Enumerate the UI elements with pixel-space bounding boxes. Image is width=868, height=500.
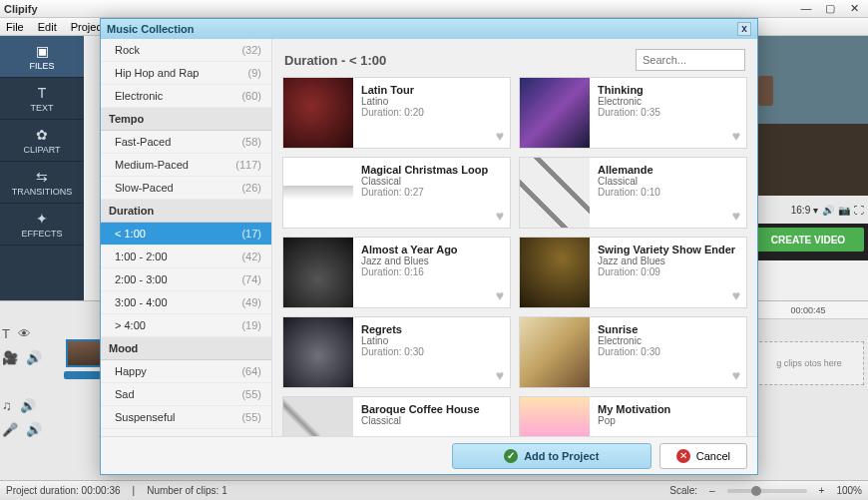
track-card[interactable]: Latin TourLatinoDuration: 0:20♥ — [282, 77, 511, 149]
search-input[interactable] — [636, 49, 745, 71]
track-title: Regrets — [361, 323, 502, 335]
fullscreen-icon[interactable]: ⛶ — [854, 205, 864, 216]
cancel-label: Cancel — [696, 450, 730, 462]
project-duration-label: Project duration: — [6, 485, 79, 496]
aspect-ratio-select[interactable]: 16:9 ▾ — [791, 205, 818, 216]
favorite-icon[interactable]: ♥ — [496, 287, 504, 303]
track-duration: Duration: 0:30 — [361, 346, 502, 357]
category-item[interactable]: Sad(55) — [101, 383, 271, 406]
category-item[interactable]: Electronic(60) — [101, 85, 271, 108]
files-icon: ▣ — [36, 43, 49, 59]
snapshot-icon[interactable]: 📷 — [838, 205, 850, 216]
category-item[interactable]: 3:00 - 4:00(49) — [101, 291, 271, 314]
track-icons: T👁 🎥🔊 ♫🔊 🎤🔊 — [2, 321, 62, 441]
track-card[interactable]: Almost a Year AgoJazz and BluesDuration:… — [282, 237, 511, 308]
category-item[interactable]: Suspenseful(55) — [101, 406, 271, 429]
window-minimize-button[interactable]: — — [796, 2, 816, 15]
zoom-out-button[interactable]: – — [709, 485, 715, 496]
dialog-footer: ✓ Add to Project ✕ Cancel — [101, 436, 757, 474]
track-title: Latin Tour — [361, 84, 502, 96]
track-genre: Classical — [361, 176, 502, 187]
category-item[interactable]: Rock(32) — [101, 39, 271, 62]
track-title: Almost a Year Ago — [361, 244, 502, 255]
track-genre: Electronic — [598, 96, 738, 107]
track-title: Baroque Coffee House — [361, 403, 502, 415]
favorite-icon[interactable]: ♥ — [732, 287, 740, 303]
favorite-icon[interactable]: ♥ — [732, 208, 740, 224]
category-header: Mood — [101, 337, 271, 360]
status-bar: Project duration: 00:00:36 | Number of c… — [0, 480, 868, 500]
track-genre: Classical — [598, 176, 738, 187]
cancel-button[interactable]: ✕ Cancel — [659, 443, 747, 469]
track-thumbnail — [520, 78, 590, 148]
track-thumbnail — [520, 158, 590, 228]
visibility-icon[interactable]: 👁 — [18, 326, 31, 341]
track-thumbnail — [283, 78, 353, 148]
menu-file[interactable]: File — [6, 21, 24, 33]
track-genre: Latino — [361, 96, 502, 107]
category-item[interactable]: > 4:00(19) — [101, 314, 271, 337]
track-card[interactable]: Magical Christmas LoopClassicalDuration:… — [282, 157, 511, 229]
side-tab-clipart[interactable]: ✿CLIPART — [0, 120, 84, 162]
favorite-icon[interactable]: ♥ — [496, 367, 504, 383]
favorite-icon[interactable]: ♥ — [732, 128, 740, 144]
video-track-icon[interactable]: 🎥 — [2, 350, 18, 365]
category-item[interactable]: Slow-Paced(26) — [101, 177, 271, 200]
volume-icon[interactable]: 🔊 — [822, 205, 834, 216]
track-mute-icon[interactable]: 🔊 — [26, 422, 42, 437]
window-maximize-button[interactable]: ▢ — [820, 2, 840, 15]
add-to-project-button[interactable]: ✓ Add to Project — [452, 443, 651, 469]
category-header: Duration — [101, 200, 271, 223]
category-item[interactable]: Happy(64) — [101, 360, 271, 383]
dialog-close-button[interactable]: x — [737, 22, 751, 36]
app-name: Clipify — [4, 3, 38, 15]
scale-label: Scale: — [669, 485, 697, 496]
menu-edit[interactable]: Edit — [38, 21, 57, 33]
track-grid: Latin TourLatinoDuration: 0:20♥ThinkingE… — [272, 77, 757, 436]
favorite-icon[interactable]: ♥ — [496, 128, 504, 144]
category-sidebar: Rock(32)Hip Hop and Rap(9)Electronic(60)… — [101, 39, 272, 436]
text-track-icon[interactable]: T — [2, 326, 10, 341]
track-genre: Latino — [361, 335, 502, 346]
category-item[interactable]: Hip Hop and Rap(9) — [101, 62, 271, 85]
track-thumbnail — [520, 317, 590, 387]
transitions-icon: ⇆ — [36, 169, 48, 185]
track-duration: Duration: 0:35 — [598, 107, 738, 118]
favorite-icon[interactable]: ♥ — [732, 367, 740, 383]
track-card[interactable]: Baroque Coffee HouseClassical♥ — [282, 396, 511, 436]
category-item[interactable]: Fast-Paced(58) — [101, 131, 271, 154]
category-item[interactable]: 1:00 - 2:00(42) — [101, 246, 271, 268]
track-card[interactable]: RegretsLatinoDuration: 0:30♥ — [282, 316, 511, 388]
clips-count-value: 1 — [221, 485, 227, 496]
category-item[interactable]: Relaxing(77) — [101, 429, 271, 436]
track-card[interactable]: My MotivationPop♥ — [519, 396, 747, 436]
track-duration: Duration: 0:16 — [361, 266, 502, 277]
window-close-button[interactable]: ✕ — [844, 2, 864, 15]
side-tab-transitions[interactable]: ⇆TRANSITIONS — [0, 162, 84, 204]
track-card[interactable]: SunriseElectronicDuration: 0:30♥ — [519, 316, 747, 388]
track-mute-icon[interactable]: 🔊 — [20, 398, 36, 413]
track-genre: Jazz and Blues — [598, 255, 738, 266]
side-tab-effects[interactable]: ✦EFFECTS — [0, 204, 84, 246]
favorite-icon[interactable]: ♥ — [496, 208, 504, 224]
zoom-in-button[interactable]: + — [819, 485, 825, 496]
track-card[interactable]: ThinkingElectronicDuration: 0:35♥ — [519, 77, 747, 149]
timeline-drop-hint: g clips otos here — [754, 341, 864, 385]
category-item[interactable]: 2:00 - 3:00(74) — [101, 268, 271, 291]
music-collection-dialog: Music Collection x Rock(32)Hip Hop and R… — [100, 18, 758, 475]
voice-track-icon[interactable]: 🎤 — [2, 422, 18, 437]
track-card[interactable]: AllemandeClassicalDuration: 0:10♥ — [519, 157, 747, 229]
category-item[interactable]: < 1:00(17) — [101, 223, 271, 246]
zoom-slider[interactable] — [727, 489, 807, 493]
category-item[interactable]: Medium-Paced(117) — [101, 154, 271, 177]
track-card[interactable]: Swing Variety Show EnderJazz and BluesDu… — [519, 237, 747, 308]
timeline-clip-thumb[interactable] — [66, 339, 102, 367]
side-tab-files[interactable]: ▣FILES — [0, 36, 84, 78]
track-thumbnail — [283, 238, 353, 307]
side-tab-text[interactable]: TTEXT — [0, 78, 84, 120]
music-track-icon[interactable]: ♫ — [2, 398, 12, 413]
track-mute-icon[interactable]: 🔊 — [26, 350, 42, 365]
track-genre: Electronic — [598, 335, 738, 346]
track-title: Magical Christmas Loop — [361, 164, 502, 176]
create-video-button[interactable]: CREATE VIDEO — [752, 228, 864, 251]
